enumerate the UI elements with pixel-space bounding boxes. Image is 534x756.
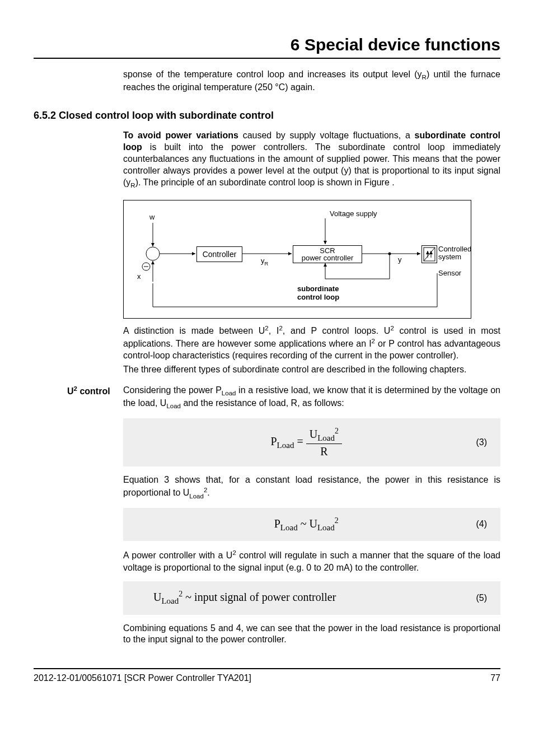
text: U xyxy=(309,517,317,530)
subscript: R xyxy=(422,74,427,81)
text: Controlled xyxy=(438,245,471,253)
equation-body: PLoad ~ ULoad2 xyxy=(137,516,476,533)
text: U xyxy=(310,428,317,440)
text: U xyxy=(153,591,161,603)
equation-number: (3) xyxy=(476,437,487,449)
subscript: Load xyxy=(166,403,181,409)
paragraph: Combining equations 5 and 4, we can see … xyxy=(123,623,500,646)
paragraph: Equation 3 shows that, for a constant lo… xyxy=(123,474,500,500)
superscript: 2 xyxy=(335,427,339,435)
text: . xyxy=(207,488,209,497)
paragraph: A power controller with a U2 control wil… xyxy=(123,549,500,573)
label-sensor: Sensor xyxy=(438,269,461,278)
equation-number: (5) xyxy=(476,592,487,604)
label-subordinate-loop: subordinate control loop xyxy=(297,284,339,302)
section-title: Closed control loop with subordinate con… xyxy=(59,110,274,121)
controller-box: Controller xyxy=(196,246,242,262)
text: R xyxy=(306,444,342,459)
label-y: y xyxy=(398,255,402,265)
superscript: 2 xyxy=(335,516,339,525)
section-heading: 6.5.2 Closed control loop with subordina… xyxy=(34,109,500,122)
text: subordinate xyxy=(297,284,339,293)
subscript: Load xyxy=(222,390,236,396)
text: SCR xyxy=(320,247,335,254)
subscript: Load xyxy=(277,441,294,450)
text: ). The principle of an subordinate contr… xyxy=(135,178,395,187)
text: and the resistance of load, R, as follow… xyxy=(181,398,344,408)
subscript: Load xyxy=(161,596,179,605)
subscript: R xyxy=(265,260,269,266)
paragraph: Considering the power PLoad in a resisti… xyxy=(123,385,500,410)
label-w: w xyxy=(149,213,154,222)
subscript: Load xyxy=(280,523,298,532)
page-number: 77 xyxy=(490,673,500,684)
section-number: 6.5.2 xyxy=(34,110,56,121)
text: Equation 3 shows that, for a constant lo… xyxy=(123,475,500,497)
equation-3: PLoad = ULoad2 R (3) xyxy=(123,418,500,466)
text: control xyxy=(77,386,110,396)
paragraph: A distinction is made between U2, I2, an… xyxy=(123,324,500,362)
subscript: R xyxy=(130,182,135,189)
text: system xyxy=(438,253,471,261)
equation-5: ULoad2 ~ input signal of power controlle… xyxy=(123,581,500,614)
text: P xyxy=(274,517,280,530)
text: power controller xyxy=(302,254,354,262)
scr-box: SCR power controller xyxy=(293,245,362,263)
text: , I xyxy=(269,326,279,335)
equation-body: PLoad = ULoad2 R xyxy=(137,426,476,459)
label-yr: yR xyxy=(261,256,268,267)
text: A distinction is made between U xyxy=(123,326,265,335)
paragraph: The three different types of subordinate… xyxy=(123,364,500,376)
label-x: x xyxy=(137,272,141,282)
paragraph: To avoid power variations caused by supp… xyxy=(123,130,500,189)
text: Considering the power P xyxy=(123,385,222,395)
label-voltage-supply: Voltage supply xyxy=(330,209,377,219)
text: , and P control loops. U xyxy=(283,326,391,335)
footer-left: 2012-12-01/00561071 [SCR Power Controlle… xyxy=(34,673,251,684)
text: ~ input signal of power controller xyxy=(182,591,336,603)
subscript: Load xyxy=(317,523,335,532)
text: caused by supply voltage fluctuations, a xyxy=(238,130,415,140)
text: P xyxy=(270,435,277,447)
text: A power controller with a U xyxy=(123,551,232,561)
text: ~ xyxy=(298,517,310,530)
bold-text: To avoid power variations xyxy=(123,130,238,140)
text: sponse of the temperature control loop a… xyxy=(123,69,422,79)
side-label-u2-control: U2 control xyxy=(67,385,110,398)
heater-icon xyxy=(421,245,437,263)
text: control loop xyxy=(297,293,339,302)
block-diagram: w x Controller yR SCR power controller V… xyxy=(123,200,471,319)
page-footer: 2012-12-01/00561071 [SCR Power Controlle… xyxy=(34,668,500,684)
equation-number: (4) xyxy=(476,519,487,530)
chapter-title: 6 Special device functions xyxy=(34,34,500,59)
svg-point-1 xyxy=(146,247,160,260)
svg-point-10 xyxy=(388,252,391,255)
label-controlled-system: Controlled system xyxy=(438,245,471,262)
equation-4: PLoad ~ ULoad2 (4) xyxy=(123,508,500,541)
subscript: Load xyxy=(189,492,204,499)
intro-continuation: sponse of the temperature control loop a… xyxy=(123,69,500,94)
equation-body: ULoad2 ~ input signal of power controlle… xyxy=(137,589,476,606)
subscript: Load xyxy=(317,433,335,442)
text: = xyxy=(294,435,306,447)
text: U xyxy=(67,386,74,396)
